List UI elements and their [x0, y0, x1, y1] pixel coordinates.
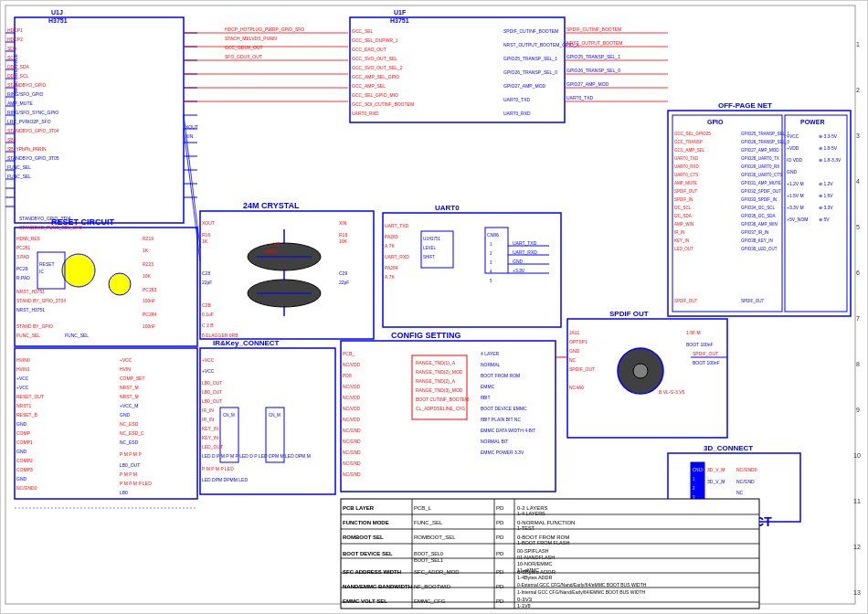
svg-text:LB0_OUT: LB0_OUT [120, 462, 140, 468]
svg-rect-295 [691, 462, 704, 513]
svg-text:NORMAL BIT: NORMAL BIT [481, 439, 508, 444]
svg-rect-243 [200, 348, 335, 494]
svg-text:LB0: LB0 [120, 490, 128, 495]
svg-text:P M P M P LED: P M P M P LED [120, 481, 152, 486]
svg-text:CN86: CN86 [487, 232, 499, 238]
svg-text:NC_ESD_C: NC_ESD_C [120, 430, 144, 436]
svg-text:8: 8 [856, 361, 860, 367]
svg-text:SCL: SCL [7, 55, 16, 60]
svg-text:0-2 LAYERS: 0-2 LAYERS [517, 505, 548, 511]
svg-text:3D_V_M: 3D_V_M [707, 467, 725, 472]
svg-text:JA11: JA11 [569, 330, 580, 335]
svg-text:I2C_SCL: I2C_SCL [674, 206, 692, 210]
svg-text:1: 1 [856, 41, 860, 48]
svg-text:RING/SFO_SYNC_GPIO: RING/SFO_SYNC_GPIO [7, 110, 58, 115]
svg-text:1-Internal GCC CFG/Nand/Early/: 1-Internal GCC CFG/Nand/Early/64/EMMC BO… [517, 589, 646, 595]
svg-text:+1.2V M: +1.2V M [787, 181, 804, 186]
svg-text:NF_BOOTWID: NF_BOOTWID [414, 584, 451, 589]
svg-text:5: 5 [490, 279, 492, 283]
svg-text:GCC_SEL_GPIO25: GCC_SEL_GPIO25 [674, 132, 711, 136]
svg-text:22pF: 22pF [339, 280, 349, 285]
svg-text:PD: PD [496, 598, 504, 604]
svg-text:HVIN: HVIN [120, 366, 131, 372]
svg-text:NC: NC [569, 357, 577, 363]
svg-text:01-NANDFLASH: 01-NANDFLASH [517, 555, 555, 560]
svg-text:GCC_AMP_SEL: GCC_AMP_SEL [352, 83, 386, 89]
svg-text:2: 2 [490, 251, 492, 256]
svg-rect-262 [15, 348, 197, 499]
svg-text:+3.3V: +3.3V [513, 268, 525, 273]
svg-rect-132 [37, 252, 65, 289]
svg-text:I2C_SDA: I2C_SDA [674, 214, 692, 218]
svg-text:⊕ 1.5V: ⊕ 1.5V [819, 193, 833, 198]
svg-text:GCC_SVO_OUT_SEL: GCC_SVO_OUT_SEL [352, 56, 397, 61]
svg-text:SFC_ADDR_MOD: SFC_ADDR_MOD [414, 569, 460, 575]
svg-text:LED_OUT: LED_OUT [674, 247, 693, 251]
svg-rect-249 [266, 408, 284, 462]
svg-text:2: 2 [693, 486, 695, 491]
svg-text:FUNC_SEL: FUNC_SEL [16, 333, 40, 338]
svg-text:KEY_IN: KEY_IN [674, 238, 689, 243]
svg-text:UART_RXD: UART_RXD [513, 249, 537, 255]
svg-text:8BIT PLAIN BIT NC: 8BIT PLAIN BIT NC [481, 417, 521, 422]
svg-text:R223: R223 [143, 261, 153, 267]
svg-text:0-3V3: 0-3V3 [517, 597, 533, 602]
svg-point-232 [633, 364, 648, 378]
svg-text:C2B: C2B [202, 302, 211, 308]
svg-text:KEY_IN: KEY_IN [202, 426, 218, 431]
svg-text:UART0: UART0 [435, 204, 460, 212]
svg-text:SB_YPbPb_PARIN: SB_YPbPb_PARIN [7, 146, 47, 152]
svg-point-157 [248, 280, 321, 307]
svg-text:C29: C29 [339, 270, 347, 276]
svg-text:GPIO38_KEY_IN: GPIO38_KEY_IN [741, 238, 773, 243]
svg-text:NC/VDD: NC/VDD [343, 384, 361, 389]
svg-text:GPIO29_UART0_RX: GPIO29_UART0_RX [741, 164, 779, 169]
svg-text:+1.5V M: +1.5V M [787, 193, 804, 198]
svg-text:NC_ESD: NC_ESD [120, 421, 139, 427]
svg-text:LB0_OUT: LB0_OUT [202, 380, 222, 386]
svg-text:6: 6 [856, 270, 860, 276]
svg-text:GPIO36_AMP_WIN: GPIO36_AMP_WIN [741, 222, 778, 227]
svg-text:11: 11 [853, 498, 861, 504]
svg-text:00-SPIFLASH: 00-SPIFLASH [517, 548, 549, 554]
svg-text:GPIO25_TRANSP_SEL_1: GPIO25_TRANSP_SEL_1 [503, 56, 557, 61]
svg-text:+VCC: +VCC [16, 385, 29, 390]
svg-text:BOOT FROM ROM: BOOT FROM ROM [481, 373, 520, 378]
svg-text:GPIO27_AMP_MOD: GPIO27_AMP_MOD [741, 148, 779, 153]
svg-text:1K: 1K [202, 238, 208, 244]
svg-text:GCC_GDUX_OUT: GCC_GDUX_OUT [225, 45, 263, 50]
svg-text:U1F: U1F [394, 9, 407, 16]
svg-text:NC/GND: NC/GND [343, 439, 361, 444]
svg-text:LB0_OUT: LB0_OUT [202, 398, 222, 404]
svg-line-406 [184, 115, 200, 248]
svg-text:EMMC_CFG: EMMC_CFG [414, 598, 446, 604]
svg-text:NC/VDD: NC/VDD [343, 395, 361, 400]
svg-text:EMMC: EMMC [481, 384, 495, 389]
svg-text:C28: C28 [202, 270, 210, 276]
svg-text:IO VDD: IO VDD [787, 157, 803, 163]
svg-text:CN_M: CN_M [223, 413, 235, 418]
svg-text:3D_V_M: 3D_V_M [707, 479, 725, 484]
svg-text:NRST1: NRST1 [16, 403, 32, 408]
svg-text:CN10: CN10 [693, 468, 704, 472]
svg-text:NRST_M: NRST_M [120, 385, 139, 390]
svg-text:+VCC: +VCC [202, 357, 215, 363]
svg-text:1-4 LAYERS: 1-4 LAYERS [517, 511, 545, 516]
svg-text:HDCP1: HDCP1 [7, 27, 23, 33]
svg-text:GPIO34_I2C_SCL: GPIO34_I2C_SCL [741, 206, 776, 210]
svg-text:GCC_AMP_SEL: GCC_AMP_SEL [674, 148, 705, 153]
svg-text:LRC_PVRIO2P_SFO: LRC_PVRIO2P_SFO [7, 119, 51, 124]
svg-text:MISC INTERFACE: MISC INTERFACE [13, 53, 18, 92]
svg-text:ROMBOOT_SEL: ROMBOOT_SEL [414, 535, 456, 540]
svg-text:RESET_B: RESET_B [16, 412, 37, 418]
svg-text:0-BOOT FROM ROM: 0-BOOT FROM ROM [517, 535, 569, 540]
svg-text:STAND BY_GPIO: STAND BY_GPIO [16, 323, 53, 329]
svg-text:OPTSP1: OPTSP1 [569, 339, 587, 344]
svg-text:GND: GND [120, 412, 131, 418]
svg-text:NC/GND: NC/GND [343, 471, 361, 477]
svg-text:SB2: SB2 [7, 137, 16, 143]
svg-text:GND: GND [569, 348, 580, 354]
svg-text:EMMC VOLT SEL: EMMC VOLT SEL [343, 598, 387, 604]
svg-text:P M P M P LED: P M P M P LED [202, 466, 234, 471]
svg-text:GPIO32_SPDIF_OUT: GPIO32_SPDIF_OUT [741, 189, 781, 194]
